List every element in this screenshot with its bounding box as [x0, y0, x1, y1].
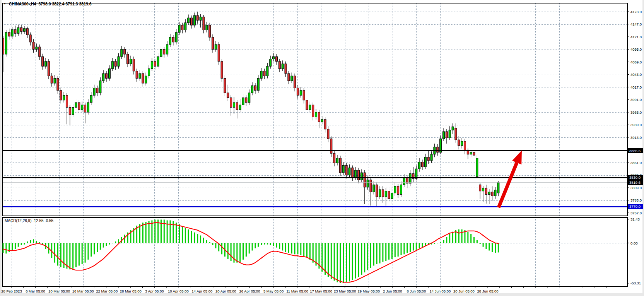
macd-histogram-bar — [270, 243, 271, 245]
macd-histogram-bar — [203, 238, 204, 243]
macd-histogram-bar — [267, 243, 268, 245]
arrow-shaft[interactable] — [499, 163, 517, 207]
macd-histogram-bar — [440, 242, 441, 243]
macd-indicator-label: MACD(12,26,9) -12.55 -0.55 — [5, 219, 53, 223]
macd-histogram-bar — [30, 240, 31, 243]
candle-body — [203, 17, 205, 30]
price-level-box-label: 3885.6 — [629, 149, 641, 153]
candle-body — [419, 162, 420, 169]
candle-body — [163, 50, 165, 55]
macd-histogram-bar — [39, 242, 40, 243]
candle-body — [81, 105, 83, 110]
candle-body — [263, 71, 265, 76]
macd-histogram-bar — [27, 241, 28, 243]
candle-body — [221, 62, 223, 79]
macd-histogram-bar — [483, 243, 484, 247]
price-chart-canvas[interactable]: 4173.04147.04121.04095.04069.04043.04017… — [0, 0, 644, 296]
macd-histogram-bar — [231, 243, 232, 261]
symbol-header[interactable]: ▼ CHINA300-,H4 3798.0 3822.4 3791.3 3819… — [3, 2, 92, 6]
candle-body — [157, 56, 159, 66]
candle-body — [78, 103, 80, 110]
macd-histogram-bar — [255, 243, 256, 248]
macd-histogram-bar — [489, 243, 490, 251]
macd-histogram-bar — [352, 243, 353, 280]
price-level-box-label: 3819.6 — [629, 180, 641, 185]
price-tick-label: 4069.0 — [630, 60, 642, 64]
candle-body — [270, 59, 272, 67]
candle-body — [400, 185, 402, 195]
macd-histogram-bar — [309, 243, 311, 260]
candle-body — [84, 105, 86, 112]
candle-body — [373, 185, 375, 192]
time-tick-label: 2 Jun 05:00 — [383, 289, 402, 293]
candle-body — [327, 129, 329, 139]
candle-body — [300, 91, 302, 96]
candle-body — [184, 23, 186, 30]
window-edge-right — [642, 0, 644, 296]
price-tick-label: 3861.0 — [630, 161, 642, 165]
macd-histogram-bar — [12, 243, 13, 251]
candle-body — [382, 190, 384, 197]
candle-body — [394, 186, 396, 193]
macd-histogram-bar — [206, 240, 207, 243]
candle-body — [360, 173, 362, 180]
macd-histogram-bar — [109, 243, 110, 245]
macd-histogram-bar — [334, 243, 335, 281]
candle-body — [166, 44, 168, 54]
candle-body — [312, 105, 314, 117]
macd-histogram-bar — [373, 243, 374, 266]
candle-body — [87, 103, 89, 112]
macd-histogram-bar — [337, 243, 338, 282]
candle-body — [44, 62, 46, 67]
macd-histogram-bar — [276, 243, 277, 248]
macd-histogram-bar — [446, 237, 447, 243]
macd-tick-label: -53.31 — [630, 281, 641, 285]
macd-histogram-bar — [103, 243, 104, 248]
chart-window: 4173.04147.04121.04095.04069.04043.04017… — [0, 0, 644, 296]
macd-histogram-bar — [182, 226, 183, 243]
macd-histogram-bar — [443, 240, 444, 243]
chevron-down-icon[interactable]: ▼ — [3, 2, 6, 6]
macd-histogram-bar — [115, 241, 116, 243]
price-tick-label: 4017.0 — [630, 85, 642, 89]
candle-body — [5, 33, 7, 54]
time-tick-label: 29 May 05:00 — [357, 289, 380, 293]
candle-body — [273, 56, 275, 59]
price-level-box-label: 3770.0 — [629, 204, 641, 209]
candle-body — [200, 17, 202, 21]
macd-histogram-bar — [200, 236, 201, 243]
macd-histogram-bar — [403, 243, 405, 254]
time-tick-label: 26 Apr 05:00 — [239, 289, 260, 293]
time-tick-label: 28 Jun 05:00 — [477, 289, 499, 293]
candle-body — [145, 76, 147, 83]
candle-body — [63, 95, 65, 100]
candle-body — [108, 69, 110, 79]
gridlines — [2, 3, 627, 286]
price-tick-label: 3991.0 — [630, 98, 642, 102]
candle-body — [148, 69, 150, 76]
time-tick-label: 28 Feb 2023 — [1, 289, 22, 293]
candle-body — [318, 112, 320, 122]
candle-body — [106, 74, 108, 79]
candle-body — [333, 153, 335, 163]
candle-body — [282, 64, 284, 69]
macd-histogram-bar — [300, 243, 301, 255]
candle-body — [358, 170, 360, 180]
candle-body — [245, 98, 247, 103]
candle-body — [379, 190, 381, 197]
macd-histogram-bar — [349, 243, 350, 281]
time-tick-label: 28 Mar 05:00 — [120, 289, 142, 293]
macd-histogram-bar — [282, 243, 283, 251]
price-tick-label: 4173.0 — [630, 10, 642, 14]
candle-body — [118, 56, 120, 66]
macd-histogram-bar — [419, 243, 420, 248]
macd-histogram-bar — [176, 222, 177, 243]
macd-histogram-bar — [291, 243, 292, 253]
candle-body — [51, 76, 53, 83]
candle-body — [36, 47, 38, 49]
trend-arrow-annotation[interactable] — [499, 151, 522, 208]
candle-body — [275, 56, 277, 62]
price-tick-label: 3783.0 — [630, 198, 642, 202]
candle-body — [446, 132, 448, 138]
time-tick-label: 17 May 05:00 — [310, 289, 332, 293]
